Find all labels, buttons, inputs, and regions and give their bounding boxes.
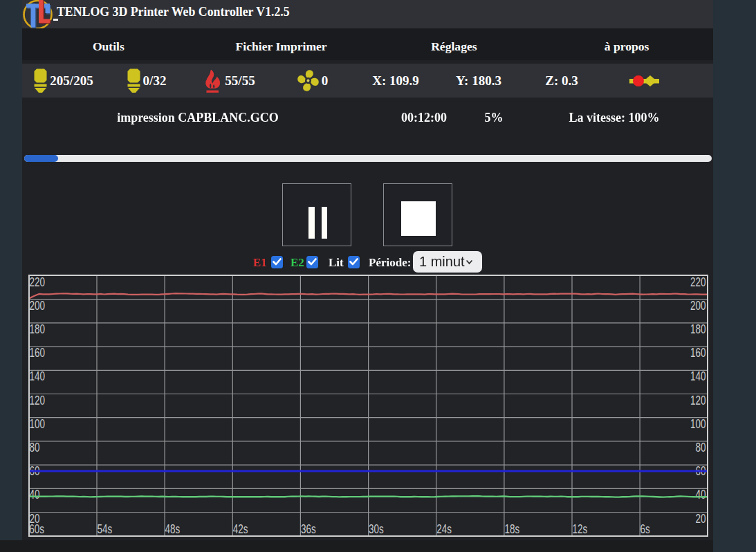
svg-text:120: 120 (690, 394, 706, 407)
svg-text:120: 120 (30, 394, 46, 407)
svg-text:80: 80 (30, 441, 40, 454)
svg-text:30s: 30s (369, 522, 384, 535)
svg-text:6s: 6s (640, 522, 650, 535)
svg-text:24s: 24s (436, 522, 452, 535)
svg-text:160: 160 (690, 346, 706, 359)
svg-text:54s: 54s (98, 522, 113, 535)
svg-text:18s: 18s (504, 522, 519, 535)
svg-text:80: 80 (696, 441, 706, 454)
svg-text:200: 200 (30, 299, 46, 312)
svg-text:220: 220 (30, 275, 46, 288)
svg-text:100: 100 (690, 417, 706, 430)
svg-text:160: 160 (30, 346, 46, 359)
svg-text:42s: 42s (233, 522, 248, 535)
svg-text:180: 180 (30, 322, 46, 335)
svg-text:20: 20 (696, 512, 706, 525)
svg-text:220: 220 (690, 275, 706, 288)
svg-text:40: 40 (30, 488, 40, 502)
svg-text:60s: 60s (29, 522, 44, 535)
svg-text:12s: 12s (573, 522, 588, 535)
svg-text:100: 100 (30, 417, 46, 430)
svg-text:36s: 36s (301, 522, 316, 535)
svg-text:200: 200 (690, 299, 706, 312)
svg-text:180: 180 (690, 322, 706, 335)
svg-text:48s: 48s (165, 522, 181, 535)
svg-text:140: 140 (690, 370, 706, 383)
svg-text:40: 40 (696, 488, 706, 502)
svg-text:140: 140 (30, 370, 46, 383)
